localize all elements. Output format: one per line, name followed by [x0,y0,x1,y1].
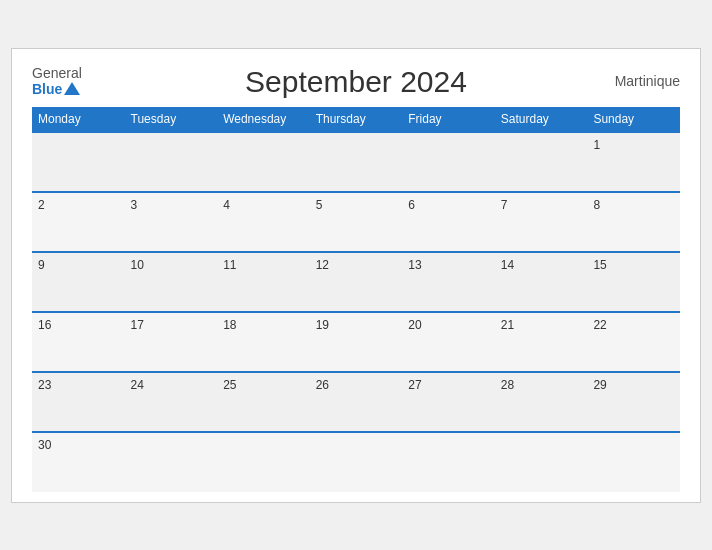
weekday-header-saturday: Saturday [495,107,588,132]
calendar-day-cell [217,132,310,192]
calendar-day-cell: 12 [310,252,403,312]
logo-triangle-icon [64,82,80,95]
calendar-day-cell: 7 [495,192,588,252]
calendar-day-cell: 26 [310,372,403,432]
day-number: 30 [38,438,51,452]
calendar-day-cell [310,432,403,492]
calendar-day-cell [125,432,218,492]
day-number: 18 [223,318,236,332]
weekday-header-sunday: Sunday [587,107,680,132]
calendar-week-row: 23242526272829 [32,372,680,432]
calendar-container: General Blue September 2024 Martinique M… [11,48,701,503]
calendar-day-cell [402,132,495,192]
day-number: 22 [593,318,606,332]
calendar-day-cell: 6 [402,192,495,252]
calendar-day-cell: 22 [587,312,680,372]
calendar-day-cell: 15 [587,252,680,312]
calendar-header-row: MondayTuesdayWednesdayThursdayFridaySatu… [32,107,680,132]
day-number: 14 [501,258,514,272]
calendar-day-cell: 20 [402,312,495,372]
day-number: 17 [131,318,144,332]
calendar-day-cell: 27 [402,372,495,432]
day-number: 10 [131,258,144,272]
day-number: 1 [593,138,600,152]
day-number: 29 [593,378,606,392]
calendar-day-cell: 8 [587,192,680,252]
calendar-day-cell: 9 [32,252,125,312]
day-number: 25 [223,378,236,392]
logo-general-text: General [32,65,82,81]
day-number: 11 [223,258,236,272]
calendar-day-cell: 13 [402,252,495,312]
calendar-day-cell [125,132,218,192]
calendar-day-cell: 18 [217,312,310,372]
day-number: 9 [38,258,45,272]
calendar-day-cell [495,432,588,492]
day-number: 12 [316,258,329,272]
day-number: 7 [501,198,508,212]
region-label: Martinique [615,73,680,89]
calendar-day-cell: 4 [217,192,310,252]
calendar-day-cell: 21 [495,312,588,372]
calendar-day-cell: 19 [310,312,403,372]
calendar-day-cell: 24 [125,372,218,432]
calendar-day-cell: 11 [217,252,310,312]
logo-blue-text: Blue [32,81,62,97]
calendar-table: MondayTuesdayWednesdayThursdayFridaySatu… [32,107,680,492]
calendar-day-cell [310,132,403,192]
day-number: 3 [131,198,138,212]
day-number: 15 [593,258,606,272]
calendar-header: General Blue September 2024 Martinique [32,65,680,97]
weekday-header-tuesday: Tuesday [125,107,218,132]
month-title: September 2024 [245,65,467,99]
calendar-day-cell: 2 [32,192,125,252]
day-number: 16 [38,318,51,332]
calendar-day-cell [587,432,680,492]
calendar-day-cell: 17 [125,312,218,372]
day-number: 2 [38,198,45,212]
day-number: 5 [316,198,323,212]
logo: General Blue [32,65,82,97]
calendar-day-cell: 3 [125,192,218,252]
calendar-day-cell [32,132,125,192]
calendar-day-cell: 23 [32,372,125,432]
calendar-day-cell: 14 [495,252,588,312]
calendar-day-cell: 29 [587,372,680,432]
calendar-week-row: 1 [32,132,680,192]
day-number: 24 [131,378,144,392]
calendar-day-cell [402,432,495,492]
calendar-day-cell: 5 [310,192,403,252]
day-number: 20 [408,318,421,332]
calendar-week-row: 2345678 [32,192,680,252]
calendar-day-cell: 10 [125,252,218,312]
day-number: 21 [501,318,514,332]
day-number: 27 [408,378,421,392]
day-number: 23 [38,378,51,392]
day-number: 8 [593,198,600,212]
day-number: 28 [501,378,514,392]
calendar-day-cell [495,132,588,192]
day-number: 6 [408,198,415,212]
weekday-header-monday: Monday [32,107,125,132]
calendar-body: 1234567891011121314151617181920212223242… [32,132,680,492]
weekday-header-thursday: Thursday [310,107,403,132]
calendar-day-cell: 25 [217,372,310,432]
calendar-day-cell [217,432,310,492]
day-number: 26 [316,378,329,392]
day-number: 4 [223,198,230,212]
calendar-day-cell: 28 [495,372,588,432]
weekday-header-friday: Friday [402,107,495,132]
day-number: 19 [316,318,329,332]
calendar-day-cell: 1 [587,132,680,192]
calendar-day-cell: 30 [32,432,125,492]
weekday-header-wednesday: Wednesday [217,107,310,132]
calendar-week-row: 30 [32,432,680,492]
calendar-week-row: 9101112131415 [32,252,680,312]
calendar-day-cell: 16 [32,312,125,372]
calendar-week-row: 16171819202122 [32,312,680,372]
day-number: 13 [408,258,421,272]
